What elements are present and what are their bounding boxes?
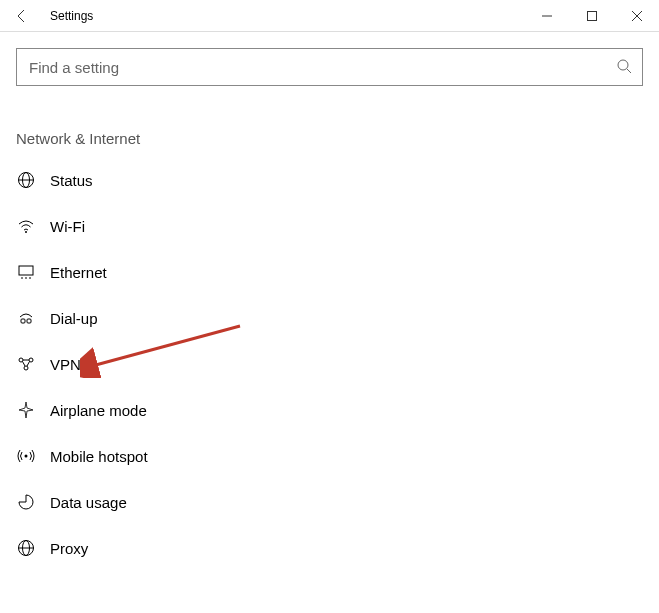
nav-label-dialup: Dial-up [50,310,98,327]
svg-rect-1 [587,11,596,20]
svg-point-17 [29,358,33,362]
nav-label-hotspot: Mobile hotspot [50,448,148,465]
nav-item-proxy[interactable]: Proxy [16,525,643,571]
close-button[interactable] [614,0,659,32]
nav-item-hotspot[interactable]: Mobile hotspot [16,433,643,479]
hotspot-icon [16,447,36,465]
nav-item-datausage[interactable]: Data usage [16,479,643,525]
nav-item-ethernet[interactable]: Ethernet [16,249,643,295]
settings-nav: Status Wi-Fi Ethernet Dial-up VPN [16,157,643,571]
dialup-icon [16,309,36,327]
nav-label-ethernet: Ethernet [50,264,107,281]
ethernet-icon [16,263,36,281]
nav-item-airplane[interactable]: Airplane mode [16,387,643,433]
nav-label-wifi: Wi-Fi [50,218,85,235]
nav-label-airplane: Airplane mode [50,402,147,419]
search-icon [616,58,632,77]
proxy-icon [16,539,36,557]
svg-point-16 [19,358,23,362]
minimize-button[interactable] [524,0,569,32]
datausage-icon [16,493,36,511]
maximize-button[interactable] [569,0,614,32]
search-box[interactable] [16,48,643,86]
minimize-icon [542,11,552,21]
svg-line-5 [627,69,631,73]
svg-line-19 [23,362,26,367]
section-title: Network & Internet [16,130,643,147]
title-bar: Settings [0,0,659,32]
search-input[interactable] [27,58,616,77]
svg-rect-14 [21,319,25,323]
airplane-icon [16,401,36,419]
svg-point-9 [25,231,27,233]
svg-rect-10 [19,266,33,275]
svg-line-20 [27,362,30,367]
status-icon [16,171,36,189]
back-arrow-icon [14,8,30,24]
close-icon [632,11,642,21]
nav-label-datausage: Data usage [50,494,127,511]
nav-item-status[interactable]: Status [16,157,643,203]
maximize-icon [587,11,597,21]
svg-rect-15 [27,319,31,323]
nav-label-vpn: VPN [50,356,81,373]
nav-label-proxy: Proxy [50,540,88,557]
back-button[interactable] [0,0,44,32]
wifi-icon [16,217,36,235]
svg-point-22 [25,455,28,458]
svg-point-4 [618,60,628,70]
vpn-icon [16,355,36,373]
nav-label-status: Status [50,172,93,189]
window-title: Settings [50,9,93,23]
nav-item-wifi[interactable]: Wi-Fi [16,203,643,249]
nav-item-vpn[interactable]: VPN [16,341,643,387]
nav-item-dialup[interactable]: Dial-up [16,295,643,341]
svg-point-18 [24,366,28,370]
